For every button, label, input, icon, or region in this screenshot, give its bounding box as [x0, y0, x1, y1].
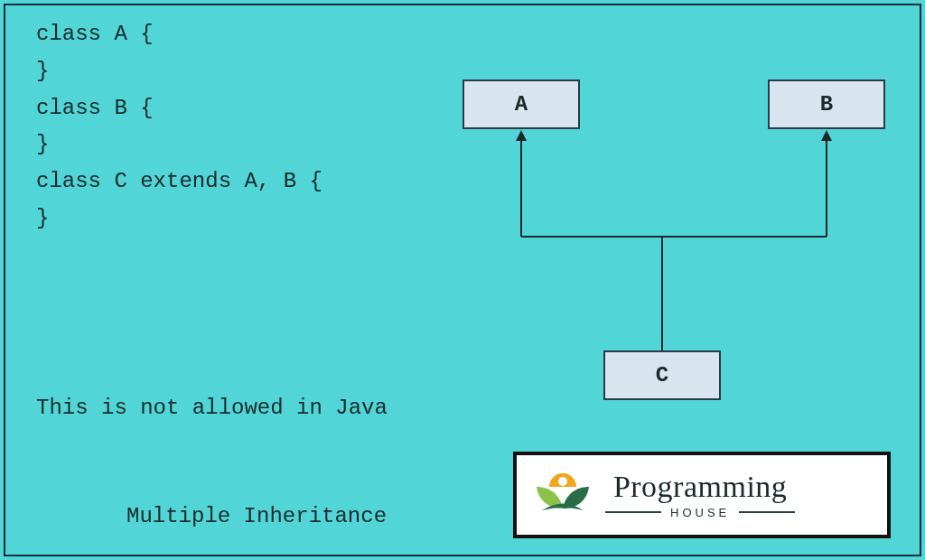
- code-line: }: [36, 53, 434, 90]
- diagram-caption: Multiple Inheritance: [126, 504, 387, 528]
- warning-text: This is not allowed in Java: [36, 396, 388, 420]
- leaf-sun-icon: [533, 465, 593, 525]
- code-line: class A {: [36, 16, 434, 53]
- svg-point-4: [558, 477, 567, 486]
- brand-text: Programming HOUSE: [605, 471, 795, 519]
- class-box-c: C: [603, 350, 721, 400]
- class-label: C: [656, 363, 668, 387]
- code-block: class A { } class B { } class C extends …: [36, 16, 434, 238]
- class-box-b: B: [768, 79, 885, 129]
- class-label: A: [515, 92, 528, 117]
- code-line: }: [36, 201, 434, 238]
- code-line: class B {: [36, 90, 434, 127]
- class-box-a: A: [462, 79, 580, 129]
- code-line: class C extends A, B {: [36, 163, 434, 201]
- brand-name: Programming: [613, 471, 787, 502]
- divider-line: [605, 511, 661, 513]
- brand-subtitle: HOUSE: [605, 506, 795, 519]
- code-line: }: [36, 126, 434, 163]
- class-label: B: [820, 92, 833, 117]
- brand-logo-card: Programming HOUSE: [513, 452, 891, 538]
- divider-line: [739, 511, 795, 513]
- brand-sub-word: HOUSE: [670, 506, 730, 519]
